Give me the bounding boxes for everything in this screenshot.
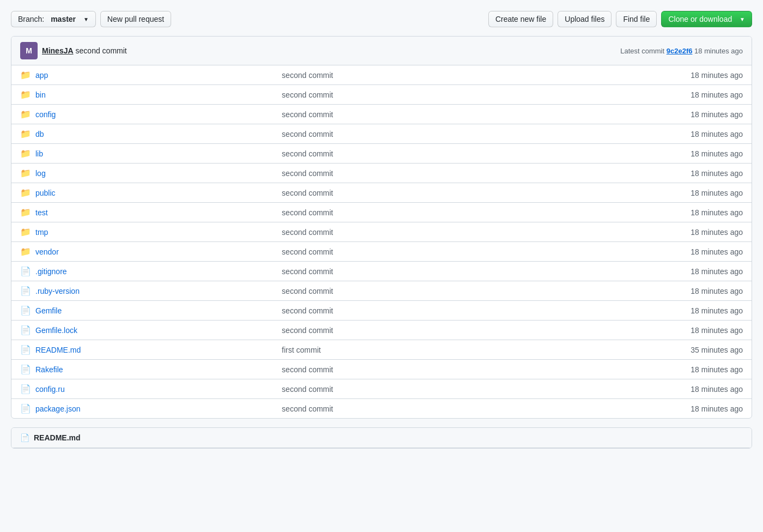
file-icon: 📄 (20, 384, 31, 394)
file-name-col: 📁 app (20, 70, 273, 80)
upload-files-button[interactable]: Upload files (558, 11, 611, 27)
file-name-col: 📁 test (20, 207, 273, 217)
folder-icon: 📁 (20, 109, 31, 119)
file-time-col: 18 minutes ago (656, 110, 743, 119)
table-row: 📁 app second commit 18 minutes ago (11, 65, 752, 85)
table-row: 📁 public second commit 18 minutes ago (11, 183, 752, 203)
folder-icon: 📁 (20, 188, 31, 198)
file-name-col: 📄 Rakefile (20, 364, 273, 374)
file-time-col: 18 minutes ago (656, 208, 743, 217)
readme-header: 📄 README.md (11, 428, 752, 448)
folder-icon: 📁 (20, 89, 31, 100)
file-commit-col: second commit (273, 130, 656, 138)
readme-section: 📄 README.md (11, 427, 752, 449)
file-time-col: 18 minutes ago (656, 365, 743, 374)
file-link[interactable]: test (35, 208, 48, 217)
create-new-file-button[interactable]: Create new file (488, 11, 553, 27)
file-link[interactable]: config.ru (35, 385, 65, 394)
table-row: 📄 .gitignore second commit 18 minutes ag… (11, 262, 752, 281)
table-row: 📄 README.md first commit 35 minutes ago (11, 340, 752, 360)
file-link[interactable]: public (35, 189, 56, 197)
file-commit-col: second commit (273, 189, 656, 197)
table-row: 📄 package.json second commit 18 minutes … (11, 399, 752, 418)
clone-or-download-button[interactable]: Clone or download ▼ (661, 11, 752, 27)
file-time-col: 35 minutes ago (656, 346, 743, 354)
commit-hash-link[interactable]: 9c2e2f6 (667, 47, 693, 55)
file-commit-col: second commit (273, 385, 656, 394)
find-file-button[interactable]: Find file (616, 11, 657, 27)
file-name-col: 📄 README.md (20, 344, 273, 355)
branch-selector[interactable]: Branch: master ▼ (11, 11, 96, 27)
file-commit-col: second commit (273, 326, 656, 335)
file-link[interactable]: README.md (35, 346, 81, 354)
file-link[interactable]: db (35, 130, 44, 138)
file-link[interactable]: .gitignore (35, 267, 67, 276)
table-row: 📁 tmp second commit 18 minutes ago (11, 222, 752, 242)
file-name-col: 📁 config (20, 109, 273, 119)
new-pull-request-button[interactable]: New pull request (100, 11, 171, 27)
toolbar-left: Branch: master ▼ New pull request (11, 11, 171, 27)
file-commit-col: second commit (273, 110, 656, 119)
file-link[interactable]: Gemfile (35, 306, 62, 315)
book-icon: 📄 (20, 433, 29, 442)
file-link[interactable]: config (35, 110, 56, 119)
folder-icon: 📁 (20, 246, 31, 257)
toolbar: Branch: master ▼ New pull request Create… (11, 11, 752, 27)
folder-icon: 📁 (20, 148, 31, 159)
file-name-col: 📄 Gemfile (20, 305, 273, 316)
file-name-col: 📁 db (20, 129, 273, 139)
file-name-col: 📄 Gemfile.lock (20, 325, 273, 335)
file-link[interactable]: tmp (35, 228, 48, 237)
file-time-col: 18 minutes ago (656, 247, 743, 256)
file-icon: 📄 (20, 266, 31, 276)
file-link[interactable]: Gemfile.lock (35, 326, 77, 335)
file-icon: 📄 (20, 344, 31, 355)
repo-header-left: M MinesJAsecond commit (20, 42, 127, 59)
repo-header: M MinesJAsecond commit Latest commit 9c2… (11, 37, 752, 65)
file-icon: 📄 (20, 286, 31, 296)
table-row: 📁 config second commit 18 minutes ago (11, 105, 752, 124)
file-link[interactable]: log (35, 169, 46, 178)
file-time-col: 18 minutes ago (656, 267, 743, 276)
file-time-col: 18 minutes ago (656, 404, 743, 413)
file-icon: 📄 (20, 364, 31, 374)
file-icon: 📄 (20, 325, 31, 335)
repo-header-right: Latest commit 9c2e2f6 18 minutes ago (620, 47, 743, 55)
file-name-col: 📁 public (20, 188, 273, 198)
commit-info: MinesJAsecond commit (42, 46, 127, 55)
file-commit-col: second commit (273, 404, 656, 413)
file-link[interactable]: app (35, 71, 48, 80)
file-name-col: 📁 bin (20, 89, 273, 100)
file-name-col: 📁 lib (20, 148, 273, 159)
table-row: 📁 lib second commit 18 minutes ago (11, 144, 752, 164)
branch-caret-icon: ▼ (83, 16, 89, 22)
repo-file-browser: M MinesJAsecond commit Latest commit 9c2… (11, 36, 752, 419)
file-name-col: 📁 log (20, 168, 273, 178)
file-commit-col: second commit (273, 228, 656, 237)
avatar: M (20, 42, 38, 59)
file-link[interactable]: package.json (35, 404, 81, 413)
commit-time: 18 minutes ago (694, 47, 743, 55)
file-icon: 📄 (20, 305, 31, 316)
latest-commit-label: Latest commit (620, 47, 664, 55)
file-commit-col: second commit (273, 365, 656, 374)
commit-author-link[interactable]: MinesJA (42, 46, 74, 55)
table-row: 📁 bin second commit 18 minutes ago (11, 85, 752, 105)
folder-icon: 📁 (20, 227, 31, 237)
table-row: 📄 config.ru second commit 18 minutes ago (11, 379, 752, 399)
table-row: 📄 Rakefile second commit 18 minutes ago (11, 360, 752, 379)
file-commit-col: second commit (273, 71, 656, 80)
branch-name: master (51, 15, 76, 23)
file-link[interactable]: lib (35, 149, 43, 158)
file-time-col: 18 minutes ago (656, 71, 743, 80)
file-name-col: 📁 tmp (20, 227, 273, 237)
file-link[interactable]: .ruby-version (35, 287, 80, 295)
table-row: 📄 Gemfile.lock second commit 18 minutes … (11, 321, 752, 340)
readme-title: README.md (34, 433, 81, 442)
file-time-col: 18 minutes ago (656, 130, 743, 138)
file-link[interactable]: Rakefile (35, 365, 63, 374)
file-name-col: 📁 vendor (20, 246, 273, 257)
file-link[interactable]: bin (35, 90, 46, 99)
file-link[interactable]: vendor (35, 247, 59, 256)
file-time-col: 18 minutes ago (656, 385, 743, 394)
